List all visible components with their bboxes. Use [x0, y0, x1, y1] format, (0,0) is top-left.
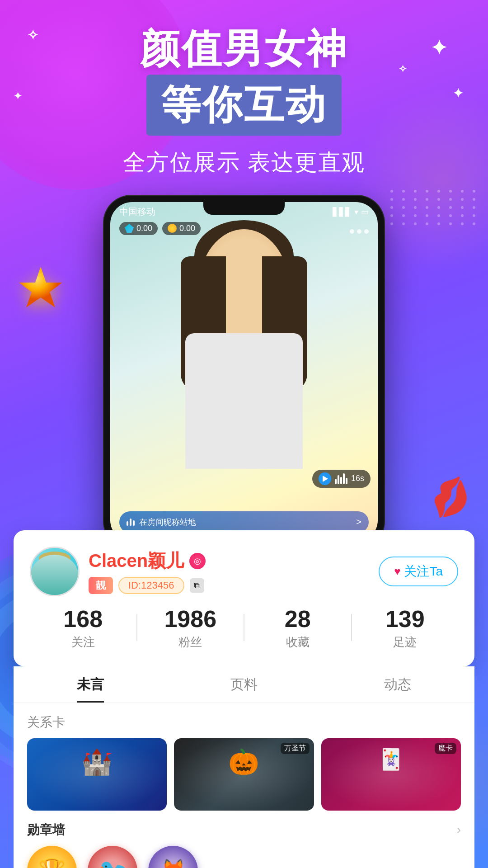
- coin-pill: 0.00: [162, 222, 201, 235]
- wave-bar-4: [343, 473, 345, 484]
- medal-icon-1: 🏆: [38, 858, 66, 868]
- profile-avatar: [30, 547, 80, 596]
- relation-card-1[interactable]: 🏰: [27, 738, 167, 811]
- profile-name: Clacen颖儿: [89, 548, 184, 573]
- stat-favorites: 28 收藏: [244, 605, 351, 650]
- signal-icon: ▋▋▋: [333, 207, 352, 217]
- medal-3: 🦊: [148, 846, 198, 868]
- medal-icon-3: 🦊: [159, 858, 187, 868]
- wave-bar-1: [335, 479, 337, 484]
- following-label: 关注: [30, 634, 136, 650]
- following-number: 168: [30, 605, 136, 632]
- play-time: 16s: [351, 474, 364, 483]
- follow-label: 关注Ta: [404, 563, 443, 580]
- coin-amount: 0.00: [179, 224, 195, 233]
- phone-section: 中国移动 ▋▋▋ ▾ ▭ 0.00 0.00: [0, 196, 488, 548]
- star-decoration: [14, 262, 68, 316]
- phone-dot-1: [350, 229, 354, 234]
- favorites-label: 收藏: [244, 634, 351, 650]
- verified-icon: ◎: [189, 553, 206, 569]
- favorites-number: 28: [244, 605, 351, 632]
- banner-bars: [127, 519, 135, 526]
- header-section: 颜值男女神 等你互动 全方位展示 表达更直观: [0, 0, 488, 178]
- phone-status-icons: ▋▋▋ ▾ ▭: [333, 207, 369, 217]
- profile-top-row: Clacen颖儿 ◎ 靓 ID:123456 ⧉ ♥ 关注Ta: [30, 547, 458, 596]
- magic-icon: 🃏: [378, 747, 404, 771]
- header-subtitle: 全方位展示 表达更直观: [0, 147, 488, 178]
- banner-bar-2: [130, 519, 131, 526]
- tab-weyan[interactable]: 未言: [77, 675, 104, 703]
- profile-id-badge: ID:123456: [118, 577, 184, 594]
- header-highlight-bar: 等你互动: [146, 75, 342, 136]
- avatar-img: [31, 555, 78, 594]
- header-title-line1: 颜值男女神: [0, 27, 488, 71]
- profile-stats: 168 关注 1986 粉丝 28 收藏 139 足迹: [30, 605, 458, 650]
- phone-outer: 中国移动 ▋▋▋ ▾ ▭ 0.00 0.00: [104, 196, 384, 548]
- diamond-amount: 0.00: [136, 224, 152, 233]
- battery-icon: ▭: [361, 207, 369, 217]
- pretty-badge: 靓: [89, 577, 113, 594]
- phone-dot-2: [357, 229, 361, 234]
- phone-play-bar[interactable]: 16s: [312, 470, 371, 488]
- card-badge-3: 魔卡: [435, 743, 456, 754]
- follow-heart-icon: ♥: [394, 565, 400, 578]
- phone-bottom-banner[interactable]: 在房间昵称站地 >: [119, 511, 369, 533]
- medal-1: 🏆: [27, 846, 77, 868]
- fans-label: 粉丝: [137, 634, 244, 650]
- medal-2: 🐦: [88, 846, 137, 868]
- stat-fans: 1986 粉丝: [137, 605, 244, 650]
- follow-button[interactable]: ♥ 关注Ta: [379, 557, 458, 586]
- halloween-icon: 🎃: [228, 747, 259, 777]
- wave-bar-3: [340, 477, 342, 484]
- relation-section: 关系卡 🏰 万圣节 🎃 魔卡 🃏: [14, 703, 474, 821]
- medals-row: 🏆 🐦 🦊: [27, 846, 461, 868]
- play-triangle-icon: [323, 476, 328, 482]
- fans-number: 1986: [137, 605, 244, 632]
- wifi-icon: ▾: [354, 207, 358, 217]
- banner-bar-3: [133, 520, 135, 526]
- medal-section: 勋章墙 › 🏆 🐦 🦊: [14, 821, 474, 868]
- wave-bar-2: [338, 475, 339, 484]
- relation-title: 关系卡: [27, 714, 461, 731]
- banner-bar-1: [127, 521, 128, 526]
- stat-footprint: 139 足迹: [352, 605, 459, 650]
- diamond-pill: 0.00: [119, 222, 158, 235]
- stat-following: 168 关注: [30, 605, 136, 650]
- lower-phone-section: 未言 页料 动态 关系卡 🏰 万圣节 🎃 魔卡 🃏: [14, 666, 474, 868]
- card-badge-2: 万圣节: [281, 743, 310, 754]
- phone-dots: [350, 229, 369, 234]
- phone-banner-text: 在房间昵称站地: [139, 517, 352, 528]
- phone-video-bg: [110, 202, 378, 542]
- profile-id-row: 靓 ID:123456 ⧉: [89, 577, 206, 594]
- play-button[interactable]: [319, 472, 331, 485]
- relation-cards-row: 🏰 万圣节 🎃 魔卡 🃏: [27, 738, 461, 811]
- girl-body: [185, 333, 303, 469]
- profile-card: Clacen颖儿 ◎ 靓 ID:123456 ⧉ ♥ 关注Ta 168 关注: [14, 530, 474, 666]
- tab-profile[interactable]: 页料: [230, 675, 258, 703]
- wave-bars: [335, 473, 347, 484]
- phone-carrier: 中国移动: [119, 206, 155, 218]
- profile-name-row: Clacen颖儿 ◎: [89, 548, 206, 573]
- phone-dot-3: [364, 229, 369, 234]
- footprint-label: 足迹: [352, 634, 459, 650]
- relation-card-3[interactable]: 魔卡 🃏: [321, 738, 461, 811]
- phone-currency-bar: 0.00 0.00: [119, 222, 201, 235]
- profile-name-area: Clacen颖儿 ◎ 靓 ID:123456 ⧉: [89, 548, 206, 594]
- profile-section: Clacen颖儿 ◎ 靓 ID:123456 ⧉ ♥ 关注Ta 168 关注: [14, 530, 474, 666]
- tab-dynamic[interactable]: 动态: [384, 675, 411, 703]
- relation-card-2[interactable]: 万圣节 🎃: [174, 738, 314, 811]
- medal-arrow[interactable]: ›: [457, 823, 461, 837]
- copy-icon[interactable]: ⧉: [190, 578, 204, 593]
- medal-icon-2: 🐦: [99, 858, 127, 868]
- coin-icon: [168, 224, 177, 233]
- footprint-number: 139: [352, 605, 459, 632]
- tabs-bar: 未言 页料 动态: [14, 666, 474, 703]
- phone-inner: 中国移动 ▋▋▋ ▾ ▭ 0.00 0.00: [110, 202, 378, 542]
- phone-banner-arrow: >: [356, 517, 361, 527]
- wave-bar-5: [346, 478, 347, 484]
- castle-icon: 🏰: [81, 747, 113, 777]
- diamond-icon: [125, 224, 134, 233]
- phone-notch: [203, 202, 285, 215]
- profile-left: Clacen颖儿 ◎ 靓 ID:123456 ⧉: [30, 547, 206, 596]
- medal-title: 勋章墙: [27, 821, 65, 839]
